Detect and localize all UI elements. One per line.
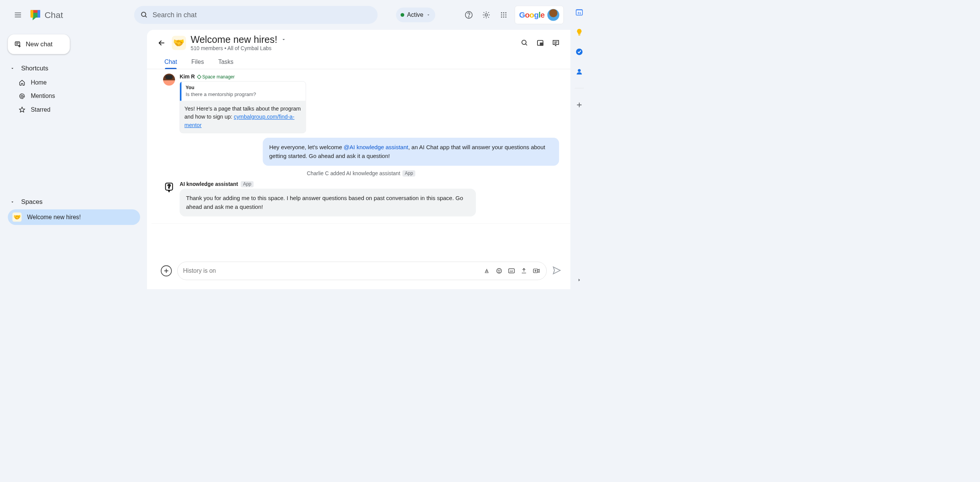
chat-icon bbox=[29, 8, 42, 21]
svg-point-8 bbox=[142, 12, 146, 16]
message-avatar: ? bbox=[163, 181, 175, 193]
svg-line-31 bbox=[526, 44, 527, 45]
svg-point-20 bbox=[503, 16, 504, 18]
send-button[interactable] bbox=[552, 266, 561, 276]
shortcuts-label: Shortcuts bbox=[21, 65, 48, 72]
svg-point-42 bbox=[498, 270, 498, 270]
topbar: Chat Search in chat Active Google bbox=[0, 0, 570, 30]
svg-marker-47 bbox=[537, 269, 539, 272]
svg-point-19 bbox=[501, 16, 502, 18]
svg-rect-5 bbox=[31, 10, 33, 18]
svg-point-16 bbox=[501, 14, 502, 15]
shortcuts-section[interactable]: Shortcuts bbox=[8, 61, 140, 76]
message-item: Kim R Space manager You Is bbox=[163, 74, 559, 133]
svg-point-41 bbox=[497, 269, 502, 274]
star-icon bbox=[19, 106, 25, 113]
settings-button[interactable] bbox=[480, 8, 493, 21]
chevron-down-icon[interactable] bbox=[281, 37, 286, 42]
status-label: Active bbox=[407, 11, 423, 19]
back-button[interactable] bbox=[156, 37, 167, 49]
author-role-badge: Space manager bbox=[198, 74, 235, 80]
message-body: Yes! Here's a page that talks about the … bbox=[180, 101, 306, 133]
svg-point-15 bbox=[505, 12, 506, 13]
caret-down-icon bbox=[10, 66, 15, 71]
search-in-space-button[interactable] bbox=[519, 37, 530, 49]
new-chat-label: New chat bbox=[26, 41, 52, 48]
svg-marker-38 bbox=[168, 190, 170, 192]
svg-rect-33 bbox=[540, 43, 543, 45]
app-badge: App bbox=[402, 170, 415, 176]
svg-text:GIF: GIF bbox=[510, 270, 514, 272]
keep-app-icon[interactable] bbox=[575, 28, 584, 37]
google-account-box[interactable]: Google bbox=[514, 6, 564, 24]
sidebar-item-starred[interactable]: Starred bbox=[8, 103, 140, 116]
active-status-dot bbox=[401, 13, 405, 17]
user-avatar[interactable] bbox=[547, 9, 559, 21]
contacts-app-icon[interactable] bbox=[575, 67, 584, 76]
sidebar: New chat Shortcuts Home Mentions Starred bbox=[0, 30, 147, 289]
sidebar-item-label: Welcome new hires! bbox=[27, 213, 81, 221]
space-avatar-icon: 🤝 bbox=[172, 36, 186, 50]
space-manager-icon bbox=[197, 75, 202, 79]
tab-chat[interactable]: Chat bbox=[163, 57, 178, 69]
svg-point-17 bbox=[503, 14, 504, 15]
new-chat-button[interactable]: New chat bbox=[8, 34, 70, 54]
sidebar-item-mentions[interactable]: Mentions bbox=[8, 89, 140, 103]
message-avatar bbox=[163, 74, 175, 86]
format-text-button[interactable] bbox=[482, 266, 491, 275]
app-badge: App bbox=[241, 181, 253, 187]
apps-grid-button[interactable] bbox=[497, 8, 510, 21]
svg-rect-22 bbox=[15, 42, 20, 46]
message-input[interactable] bbox=[183, 267, 479, 275]
right-side-panel: 31 bbox=[570, 0, 588, 289]
emoji-button[interactable] bbox=[495, 266, 504, 275]
toggle-panel-button[interactable] bbox=[535, 37, 546, 49]
caret-down-icon bbox=[10, 200, 15, 204]
svg-point-30 bbox=[522, 40, 526, 44]
sidebar-item-home[interactable]: Home bbox=[8, 76, 140, 89]
svg-marker-28 bbox=[20, 107, 25, 112]
spaces-label: Spaces bbox=[21, 198, 42, 205]
status-dropdown[interactable]: Active bbox=[396, 8, 435, 22]
sidebar-space-welcome-new-hires[interactable]: 🤝 Welcome new hires! bbox=[8, 209, 140, 225]
home-icon bbox=[19, 79, 25, 86]
help-button[interactable] bbox=[462, 8, 475, 21]
add-button[interactable] bbox=[161, 265, 172, 277]
svg-point-14 bbox=[503, 12, 504, 13]
threads-button[interactable] bbox=[550, 37, 562, 49]
google-logo-text: Google bbox=[519, 10, 545, 19]
space-subtitle: 510 members • All of Cymbal Labs bbox=[191, 46, 286, 52]
svg-rect-54 bbox=[578, 34, 580, 36]
svg-marker-7 bbox=[33, 18, 36, 20]
add-addon-button[interactable] bbox=[575, 100, 584, 109]
upload-button[interactable] bbox=[519, 266, 529, 275]
svg-point-11 bbox=[469, 16, 469, 17]
space-header: 🤝 Welcome new hires! 510 members • All o… bbox=[147, 30, 570, 69]
main-menu-button[interactable] bbox=[11, 8, 24, 21]
message-author: AI knowledge assistant bbox=[180, 181, 238, 187]
sidebar-item-label: Starred bbox=[31, 106, 50, 113]
search-icon bbox=[140, 11, 148, 18]
search-placeholder: Search in chat bbox=[153, 11, 197, 19]
message-composer[interactable]: GIF bbox=[177, 262, 547, 280]
message-body: Thank you for adding me to this space. I… bbox=[180, 189, 476, 217]
space-emoji-icon: 🤝 bbox=[12, 213, 21, 222]
svg-point-18 bbox=[505, 14, 506, 15]
video-meet-button[interactable] bbox=[532, 266, 541, 275]
tab-files[interactable]: Files bbox=[190, 57, 205, 69]
search-bar[interactable]: Search in chat bbox=[134, 6, 378, 24]
collapse-panel-button[interactable] bbox=[575, 275, 584, 285]
tasks-app-icon[interactable] bbox=[575, 47, 584, 57]
mention[interactable]: @AI knowledge assistant bbox=[344, 144, 408, 150]
calendar-app-icon[interactable]: 31 bbox=[575, 8, 584, 17]
composer-area: GIF bbox=[147, 256, 570, 289]
spaces-section[interactable]: Spaces bbox=[8, 195, 140, 209]
system-message: Charlie C added AI knowledge assistant A… bbox=[163, 170, 559, 176]
svg-point-56 bbox=[578, 69, 581, 72]
chevron-down-icon bbox=[426, 13, 431, 17]
app-name: Chat bbox=[44, 10, 63, 20]
svg-line-9 bbox=[145, 16, 147, 17]
gif-button[interactable]: GIF bbox=[507, 266, 516, 275]
tab-tasks[interactable]: Tasks bbox=[217, 57, 235, 69]
svg-rect-6 bbox=[38, 10, 40, 18]
